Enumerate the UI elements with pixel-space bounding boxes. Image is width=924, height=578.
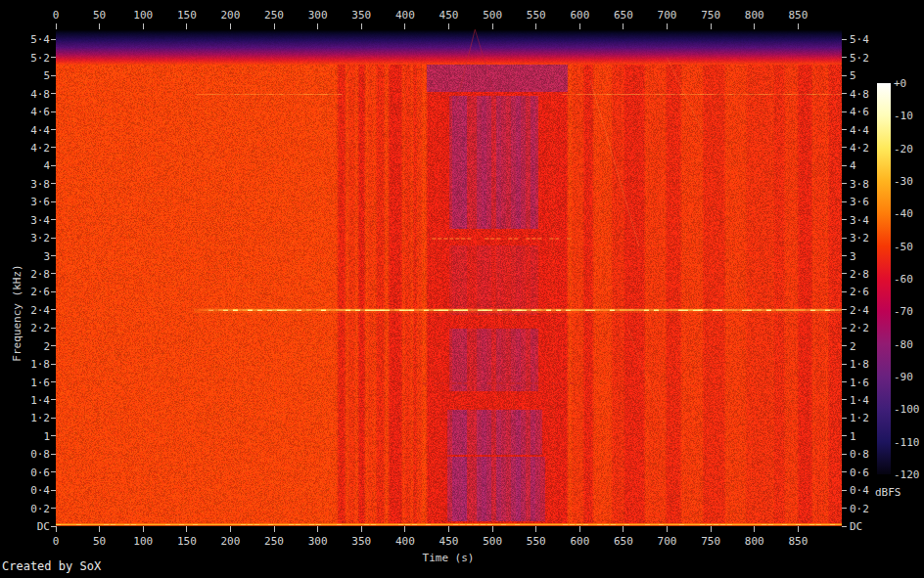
time-tick-label: 750 xyxy=(701,9,720,22)
freq-tick-mark xyxy=(842,508,847,509)
time-tick-label: 200 xyxy=(221,535,241,548)
freq-tick-label: 1·2 xyxy=(11,412,50,424)
freq-tick-label: 3·8 xyxy=(850,177,869,190)
time-tick-label: 500 xyxy=(483,9,502,22)
freq-tick-mark xyxy=(51,345,56,346)
freq-tick-mark xyxy=(842,381,847,382)
time-tick-mark xyxy=(492,23,493,29)
freq-tick-mark xyxy=(842,364,847,365)
freq-tick-mark xyxy=(51,471,56,472)
freq-tick-label: 3·2 xyxy=(850,232,869,245)
time-tick-label: 150 xyxy=(177,535,197,548)
time-tick-label: 600 xyxy=(570,9,589,22)
freq-tick-mark xyxy=(51,309,56,310)
freq-tick-mark xyxy=(51,273,56,274)
freq-tick-mark xyxy=(51,201,56,202)
freq-tick-mark xyxy=(51,328,56,329)
freq-tick-label: DC xyxy=(11,520,50,533)
freq-tick-label: 5 xyxy=(11,69,50,82)
spectrogram-canvas xyxy=(56,29,842,526)
time-tick-mark xyxy=(317,526,318,532)
time-tick-label: 100 xyxy=(133,535,153,548)
time-tick-mark xyxy=(798,23,799,29)
freq-tick-mark xyxy=(842,147,847,148)
dbfs-tick-label: -30 xyxy=(894,175,913,188)
freq-tick-label: 2 xyxy=(11,339,50,352)
freq-tick-mark xyxy=(51,490,56,491)
time-tick-label: 850 xyxy=(788,9,808,22)
time-tick-mark xyxy=(317,23,318,29)
freq-tick-mark xyxy=(842,399,847,400)
freq-tick-mark xyxy=(51,147,56,148)
freq-tick-label: 5 xyxy=(850,69,856,82)
time-tick-mark xyxy=(143,23,144,29)
time-tick-label: 650 xyxy=(614,9,633,22)
time-tick-mark xyxy=(535,526,536,532)
time-tick-mark xyxy=(667,23,668,29)
time-tick-label: 100 xyxy=(133,9,153,22)
time-tick-mark xyxy=(361,23,362,29)
freq-tick-mark xyxy=(51,39,56,40)
freq-tick-label: 1 xyxy=(850,429,856,442)
freq-tick-label: 3·6 xyxy=(11,196,50,208)
freq-tick-mark xyxy=(842,309,847,310)
freq-tick-label: 2 xyxy=(850,339,856,352)
freq-tick-mark xyxy=(51,399,56,400)
time-tick-mark xyxy=(754,526,755,532)
time-tick-label: 800 xyxy=(745,535,764,548)
freq-tick-label: 5·4 xyxy=(850,33,869,46)
time-tick-label: 700 xyxy=(658,9,677,22)
dbfs-tick-label: -80 xyxy=(894,337,913,350)
freq-tick-mark xyxy=(51,75,56,76)
time-tick-label: 500 xyxy=(483,535,502,548)
time-tick-mark xyxy=(186,23,187,29)
dbfs-tick-label: -90 xyxy=(894,371,913,383)
time-tick-label: 800 xyxy=(745,9,764,22)
freq-tick-mark xyxy=(842,454,847,455)
time-tick-label: 200 xyxy=(221,9,241,22)
freq-tick-label: 5·4 xyxy=(11,33,50,46)
freq-tick-mark xyxy=(842,39,847,40)
freq-tick-mark xyxy=(842,129,847,130)
time-tick-mark xyxy=(579,23,580,29)
freq-tick-label: 0·8 xyxy=(11,448,50,461)
freq-tick-mark xyxy=(842,238,847,239)
dbfs-tick-label: -70 xyxy=(894,305,913,318)
freq-tick-label: 2·6 xyxy=(11,286,50,298)
freq-tick-label: 2·2 xyxy=(11,322,50,334)
freq-tick-mark xyxy=(842,345,847,346)
spectrogram-figure: Time (s) Frequency (kHz) dBFS Created by… xyxy=(0,0,924,578)
time-tick-label: 250 xyxy=(264,9,284,22)
freq-tick-label: 4 xyxy=(850,159,856,172)
freq-tick-label: 2·4 xyxy=(850,303,869,316)
freq-tick-mark xyxy=(842,165,847,166)
freq-tick-mark xyxy=(51,129,56,130)
time-tick-mark xyxy=(230,23,231,29)
freq-tick-mark xyxy=(51,219,56,220)
freq-tick-label: 1 xyxy=(11,429,50,442)
freq-tick-mark xyxy=(842,328,847,329)
freq-tick-mark xyxy=(51,291,56,292)
time-tick-mark xyxy=(754,23,755,29)
time-tick-mark xyxy=(143,526,144,532)
time-tick-mark xyxy=(579,526,580,532)
freq-tick-label: 3·8 xyxy=(11,177,50,190)
time-tick-mark xyxy=(404,23,405,29)
dbfs-tick-label: +0 xyxy=(894,77,906,90)
freq-tick-mark xyxy=(842,471,847,472)
freq-tick-mark xyxy=(51,435,56,436)
freq-tick-label: 4·8 xyxy=(850,87,869,100)
time-tick-label: 350 xyxy=(351,535,371,548)
time-tick-mark xyxy=(230,526,231,532)
freq-tick-label: 3 xyxy=(850,249,856,262)
time-tick-mark xyxy=(535,23,536,29)
dbfs-tick-label: -20 xyxy=(894,142,913,155)
time-tick-label: 650 xyxy=(614,535,633,548)
time-tick-mark xyxy=(274,526,275,532)
dbfs-tick-label: -10 xyxy=(894,110,913,122)
freq-tick-mark xyxy=(842,201,847,202)
freq-tick-label: 1·4 xyxy=(850,393,869,406)
time-tick-label: 300 xyxy=(308,9,328,22)
freq-tick-label: 2·4 xyxy=(11,303,50,316)
freq-tick-label: 0·8 xyxy=(850,448,869,461)
